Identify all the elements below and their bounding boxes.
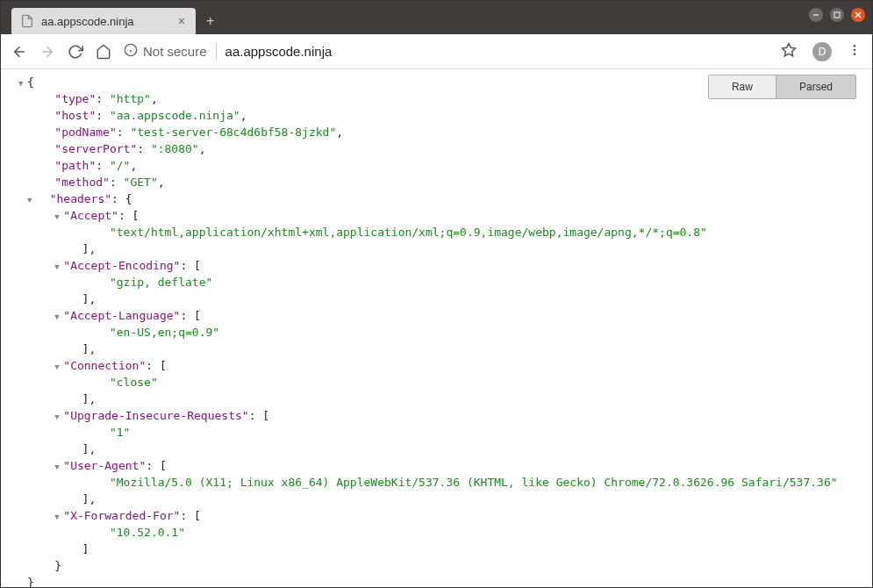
addrbar-right: D xyxy=(781,42,862,61)
svg-point-10 xyxy=(854,45,856,47)
page-icon xyxy=(20,14,34,28)
parsed-button[interactable]: Parsed xyxy=(776,75,855,98)
forward-button[interactable] xyxy=(39,44,55,60)
security-label: Not secure xyxy=(143,44,207,59)
tab-title: aa.appscode.ninja xyxy=(41,15,176,28)
json-viewer: Raw Parsed ▼{ "type": "http", "host": "a… xyxy=(1,69,872,587)
json-line[interactable]: "serverPort": ":8080", xyxy=(1,141,872,158)
back-button[interactable] xyxy=(11,44,27,60)
json-line[interactable]: ▼"Accept-Encoding": [ xyxy=(1,258,872,275)
json-line[interactable]: ▼"Accept": [ xyxy=(1,208,872,225)
json-line[interactable]: "en-US,en;q=0.9" xyxy=(1,325,872,341)
json-line[interactable]: ], xyxy=(1,291,872,308)
minimize-button[interactable] xyxy=(809,8,823,22)
json-line[interactable]: } xyxy=(1,558,872,575)
json-line[interactable]: ▼"Accept-Language": [ xyxy=(1,308,872,325)
json-line[interactable]: ▼ "headers": { xyxy=(1,191,872,208)
url-field[interactable]: Not secure aa.appscode.ninja xyxy=(124,43,758,60)
close-window-button[interactable] xyxy=(851,8,865,22)
security-status[interactable]: Not secure xyxy=(124,43,217,60)
menu-button[interactable] xyxy=(848,43,862,61)
close-tab-icon[interactable]: × xyxy=(176,12,187,30)
json-line[interactable]: } xyxy=(1,575,872,587)
browser-tab[interactable]: aa.appscode.ninja × xyxy=(11,8,196,34)
address-bar: Not secure aa.appscode.ninja D xyxy=(1,34,872,69)
json-line[interactable]: "text/html,application/xhtml+xml,applica… xyxy=(1,225,872,241)
json-line[interactable]: "close" xyxy=(1,375,872,391)
new-tab-button[interactable]: + xyxy=(206,13,214,29)
json-line[interactable]: ] xyxy=(1,541,872,558)
json-line[interactable]: ], xyxy=(1,241,872,258)
json-line[interactable]: ], xyxy=(1,391,872,408)
json-line[interactable]: ▼"User-Agent": [ xyxy=(1,458,872,475)
json-line[interactable]: "10.52.0.1" xyxy=(1,525,872,541)
svg-point-11 xyxy=(854,48,856,51)
json-line[interactable]: "1" xyxy=(1,425,872,441)
reload-button[interactable] xyxy=(68,44,83,60)
json-line[interactable]: ], xyxy=(1,341,872,358)
bookmark-icon[interactable] xyxy=(781,42,797,61)
json-line[interactable]: ▼"Upgrade-Insecure-Requests": [ xyxy=(1,408,872,425)
window-controls xyxy=(809,8,865,22)
titlebar: aa.appscode.ninja × + xyxy=(1,1,872,34)
json-line[interactable]: ], xyxy=(1,441,872,458)
json-tree[interactable]: ▼{ "type": "http", "host": "aa.appscode.… xyxy=(1,75,872,587)
info-icon xyxy=(124,43,138,60)
avatar-letter: D xyxy=(819,46,826,58)
raw-button[interactable]: Raw xyxy=(709,75,776,98)
svg-point-12 xyxy=(854,53,856,55)
json-line[interactable]: "method": "GET", xyxy=(1,175,872,191)
svg-rect-1 xyxy=(834,12,840,18)
profile-avatar[interactable]: D xyxy=(812,42,832,61)
svg-marker-9 xyxy=(783,43,796,55)
json-line[interactable]: "podName": "test-server-68c4d6bf58-8jzkd… xyxy=(1,125,872,141)
json-line[interactable]: ▼"X-Forwarded-For": [ xyxy=(1,508,872,525)
json-line[interactable]: ], xyxy=(1,491,872,508)
json-line[interactable]: "gzip, deflate" xyxy=(1,275,872,291)
json-line[interactable]: "Mozilla/5.0 (X11; Linux x86_64) AppleWe… xyxy=(1,475,872,491)
json-line[interactable]: ▼"Connection": [ xyxy=(1,358,872,375)
url-text: aa.appscode.ninja xyxy=(225,44,333,59)
view-toggle: Raw Parsed xyxy=(708,75,856,99)
json-line[interactable]: "host": "aa.appscode.ninja", xyxy=(1,108,872,125)
home-button[interactable] xyxy=(96,44,111,60)
maximize-button[interactable] xyxy=(830,8,844,22)
json-line[interactable]: "path": "/", xyxy=(1,158,872,175)
